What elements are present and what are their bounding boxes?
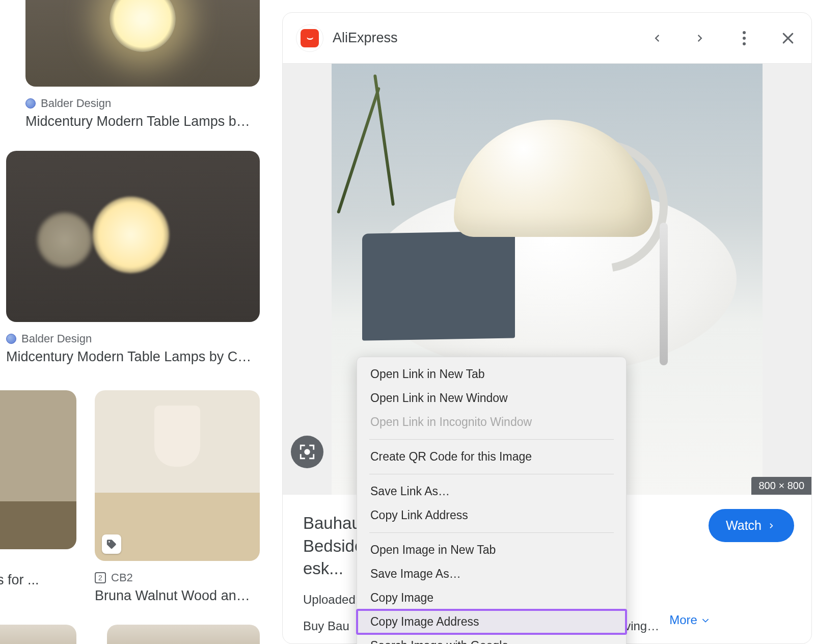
watch-button[interactable]: Watch	[709, 509, 794, 542]
cm-separator	[369, 532, 614, 533]
result-item[interactable]: s for ...	[0, 390, 76, 589]
cm-save-link-as[interactable]: Save Link As…	[357, 479, 626, 503]
result-thumbnail[interactable]	[107, 625, 260, 644]
chevron-down-icon	[700, 615, 711, 625]
image-results-column: Balder Design Midcentury Modern Table La…	[0, 0, 270, 644]
context-menu: Open Link in New Tab Open Link in New Wi…	[357, 357, 627, 644]
result-title[interactable]: Bruna Walnut Wood an…	[95, 587, 260, 605]
result-source-label: Balder Design	[41, 97, 111, 110]
cm-copy-image-address[interactable]: Copy Image Address	[357, 610, 626, 634]
close-button[interactable]	[778, 28, 798, 48]
result-item[interactable]	[0, 625, 76, 644]
result-thumbnail[interactable]	[6, 151, 260, 322]
result-thumbnail[interactable]	[0, 625, 76, 644]
result-title[interactable]: s for ...	[0, 572, 76, 589]
result-source-label: Balder Design	[21, 332, 92, 345]
aliexpress-icon: ⌣	[301, 29, 319, 47]
result-title[interactable]: Midcentury Modern Table Lamps b…	[25, 113, 260, 130]
cm-create-qr-code[interactable]: Create QR Code for this Image	[357, 445, 626, 469]
result-thumbnail[interactable]	[25, 0, 260, 87]
cm-search-image-google[interactable]: Search Image with Google	[357, 634, 626, 644]
globe-icon	[25, 98, 36, 109]
more-link[interactable]: More	[669, 613, 711, 627]
lens-icon	[298, 443, 316, 461]
cm-open-link-new-window[interactable]: Open Link in New Window	[357, 386, 626, 410]
result-item[interactable]	[107, 625, 260, 644]
prev-button[interactable]	[646, 28, 667, 48]
cm-separator	[369, 474, 614, 474]
result-item[interactable]: 2 CB2 Bruna Walnut Wood an…	[95, 390, 260, 605]
vertical-dots-icon	[743, 31, 746, 45]
watch-button-label: Watch	[726, 518, 762, 533]
more-link-label: More	[669, 613, 697, 627]
chevron-right-icon	[693, 31, 708, 45]
cm-open-link-new-tab[interactable]: Open Link in New Tab	[357, 362, 626, 386]
next-button[interactable]	[690, 28, 711, 48]
viewer-source-favicon[interactable]: ⌣	[296, 24, 323, 52]
viewer-source-name[interactable]: AliExpress	[333, 30, 398, 46]
cm-save-image-as[interactable]: Save Image As…	[357, 562, 626, 586]
globe-icon	[6, 334, 16, 344]
source-badge-icon: 2	[95, 572, 106, 583]
cm-copy-link-address[interactable]: Copy Link Address	[357, 503, 626, 527]
viewer-header: ⌣ AliExpress	[283, 13, 811, 64]
result-source: 2 CB2	[95, 571, 260, 584]
result-thumbnail[interactable]	[95, 390, 260, 561]
viewer-actions	[646, 28, 798, 48]
more-options-button[interactable]	[734, 28, 754, 48]
result-source-label: CB2	[111, 571, 133, 584]
chevron-right-icon	[767, 521, 777, 531]
cm-copy-image[interactable]: Copy Image	[357, 586, 626, 610]
result-item[interactable]: Balder Design Midcentury Modern Table La…	[6, 151, 260, 366]
result-source: Balder Design	[6, 332, 260, 345]
result-title[interactable]: Midcentury Modern Table Lamps by C…	[6, 348, 260, 366]
cm-separator	[369, 439, 614, 440]
product-tag-icon[interactable]	[102, 534, 121, 554]
image-dimensions-badge: 800 × 800	[751, 477, 811, 495]
chevron-left-icon	[649, 31, 664, 45]
cm-open-image-new-tab[interactable]: Open Image in New Tab	[357, 538, 626, 562]
result-source: Balder Design	[25, 97, 260, 110]
result-item[interactable]: Balder Design Midcentury Modern Table La…	[25, 0, 260, 130]
result-thumbnail[interactable]	[0, 390, 76, 549]
google-lens-button[interactable]	[291, 436, 323, 468]
cm-open-link-incognito: Open Link in Incognito Window	[357, 410, 626, 434]
close-icon	[781, 31, 795, 45]
